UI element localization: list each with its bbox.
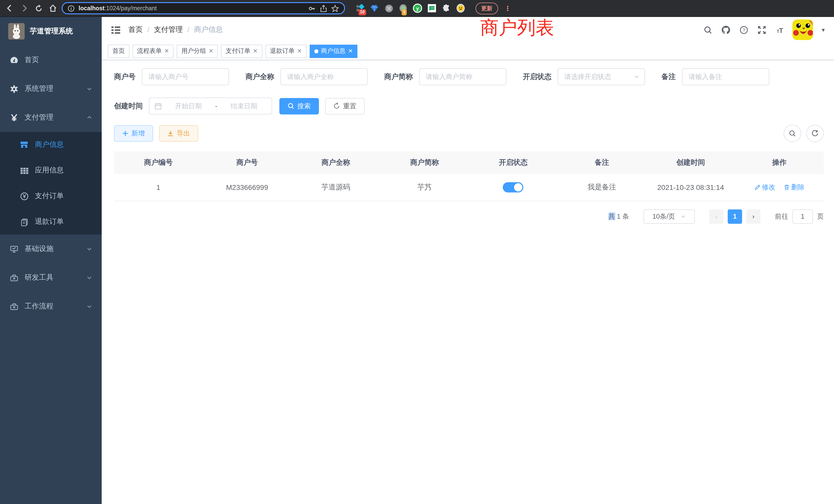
merchant-short-name-input[interactable] (419, 68, 506, 85)
sidebar-item-app-info[interactable]: 应用信息 (0, 158, 102, 183)
add-button[interactable]: 新增 (114, 125, 153, 142)
filter-label: 商户全称 (245, 72, 274, 81)
site-info-icon[interactable] (68, 5, 74, 12)
create-time-range-picker[interactable]: 开始日期 - 结束日期 (149, 97, 272, 114)
help-icon[interactable]: ? (739, 25, 749, 35)
tag-home[interactable]: 首页 (108, 44, 129, 58)
remark-input[interactable] (682, 68, 769, 85)
filter-label: 创建时间 (114, 101, 143, 111)
browser-update-button[interactable]: 更新 (476, 2, 498, 14)
sidebar-item-label: 支付管理 (25, 113, 80, 122)
svg-text:T: T (779, 27, 783, 34)
close-icon[interactable]: ✕ (297, 48, 302, 54)
next-page-button[interactable]: › (746, 209, 761, 224)
sidebar-item-workflow[interactable]: 工作流程 (0, 292, 102, 321)
sidebar-item-dev-tools[interactable]: 研发工具 (0, 263, 102, 292)
pagination: 共 1 条 10条/页 ‹ 1 › 前往 页 (114, 209, 824, 224)
status-toggle[interactable] (503, 182, 524, 192)
sidebar-item-refund-order[interactable]: 退款订单 (0, 209, 102, 234)
close-icon[interactable]: ✕ (348, 48, 353, 54)
close-icon[interactable]: ✕ (253, 48, 258, 54)
reset-button[interactable]: 重置 (325, 98, 365, 114)
close-icon[interactable]: ✕ (208, 48, 213, 54)
tag-merchant-info[interactable]: 商户信息✕ (310, 44, 357, 58)
col-create-time: 创建时间 (646, 152, 735, 174)
delete-link[interactable]: 删除 (784, 183, 805, 192)
sidebar-item-merchant-info[interactable]: 商户信息 (0, 132, 102, 158)
app-logo-row[interactable]: 芋道管理系统 (0, 17, 102, 46)
extensions-puzzle-icon[interactable] (442, 4, 451, 13)
end-date-placeholder: 结束日期 (221, 101, 266, 111)
filter-label: 商户号 (114, 72, 136, 81)
page-size-select[interactable]: 10条/页 (643, 209, 695, 224)
sidebar-item-label: 工作流程 (25, 302, 80, 311)
browser-menu-icon[interactable]: ⋮ (504, 4, 511, 12)
col-full-name: 商户全称 (291, 152, 380, 174)
sidebar-toggle-icon[interactable] (110, 24, 121, 36)
tag-refund-order[interactable]: 退款订单✕ (265, 44, 306, 58)
extension-chat-icon[interactable] (427, 4, 437, 13)
reload-icon[interactable] (33, 3, 44, 14)
toolbox-icon (9, 273, 19, 282)
password-key-icon[interactable] (308, 4, 316, 12)
font-size-icon[interactable]: TT (774, 25, 785, 35)
sidebar-item-label: 系统管理 (25, 84, 80, 93)
breadcrumb-home[interactable]: 首页 (128, 25, 143, 35)
cell-actions: 修改 删除 (735, 174, 824, 201)
home-icon[interactable] (47, 3, 59, 14)
monitor-icon (9, 244, 19, 254)
merchant-no-input[interactable] (142, 68, 229, 85)
page-1-button[interactable]: 1 (728, 209, 742, 224)
url-text[interactable]: localhost:1024/pay/merchant (79, 5, 304, 11)
user-avatar[interactable] (792, 20, 813, 40)
extension-y-icon[interactable]: y (413, 4, 422, 13)
sidebar-item-system[interactable]: 系统管理 (0, 74, 102, 103)
col-actions: 操作 (735, 152, 824, 174)
sidebar-item-label: 应用信息 (35, 166, 92, 175)
show-search-button[interactable] (784, 125, 801, 142)
back-icon[interactable] (4, 3, 16, 14)
chevron-down-icon (86, 275, 92, 281)
screen: localhost:1024/pay/merchant 10 ⌘ (0, 0, 834, 504)
export-button[interactable]: 导出 (159, 125, 198, 142)
tag-pay-order[interactable]: 支付订单✕ (221, 44, 262, 58)
sidebar-item-label: 基础设施 (25, 244, 80, 254)
fullscreen-icon[interactable] (756, 25, 767, 35)
extension-grid-icon[interactable]: 10 (355, 4, 365, 13)
col-remark: 备注 (558, 152, 646, 174)
extension-proxy-icon[interactable]: 1 (398, 4, 408, 13)
grid-table-icon (20, 166, 29, 175)
extension-gem-icon[interactable] (370, 4, 379, 13)
search-button[interactable]: 搜索 (279, 98, 319, 114)
sidebar-item-pay-order[interactable]: 支付订单 (0, 183, 102, 209)
browser-toolbar: localhost:1024/pay/merchant 10 ⌘ (0, 0, 834, 17)
prev-page-button[interactable]: ‹ (709, 209, 724, 224)
sidebar-item-home[interactable]: 首页 (0, 46, 102, 74)
bookmark-star-icon[interactable] (331, 4, 339, 12)
edit-link[interactable]: 修改 (754, 183, 775, 192)
status-select[interactable]: 请选择开启状态 (558, 68, 645, 85)
chevron-down-icon (86, 86, 92, 92)
top-navbar: 首页 / 支付管理 / 商户信息 ? (102, 17, 834, 43)
profile-emoji-icon[interactable] (456, 4, 465, 13)
extension-command-icon[interactable]: ⌘ (384, 4, 393, 13)
refresh-table-button[interactable] (806, 125, 824, 142)
sidebar-item-infrastructure[interactable]: 基础设施 (0, 234, 102, 263)
github-icon[interactable] (721, 25, 731, 35)
sidebar-item-payment[interactable]: 支付管理 (0, 103, 102, 132)
active-dot (314, 49, 319, 53)
tag-process-form[interactable]: 流程表单✕ (132, 44, 174, 58)
address-bar[interactable]: localhost:1024/pay/merchant (62, 2, 345, 14)
breadcrumb-section[interactable]: 支付管理 (154, 25, 183, 35)
search-icon[interactable] (703, 25, 713, 35)
navbar-actions: ? TT ▼ (703, 20, 826, 40)
chevron-down-icon (680, 213, 686, 219)
forward-icon[interactable] (19, 3, 30, 14)
total-count: 共 1 条 (608, 212, 629, 221)
avatar-caret-icon[interactable]: ▼ (821, 27, 826, 32)
goto-page-input[interactable] (792, 209, 813, 224)
tag-user-group[interactable]: 用户分组✕ (177, 44, 218, 58)
close-icon[interactable]: ✕ (164, 48, 169, 54)
share-icon[interactable] (320, 4, 327, 12)
merchant-full-name-input[interactable] (280, 68, 368, 85)
